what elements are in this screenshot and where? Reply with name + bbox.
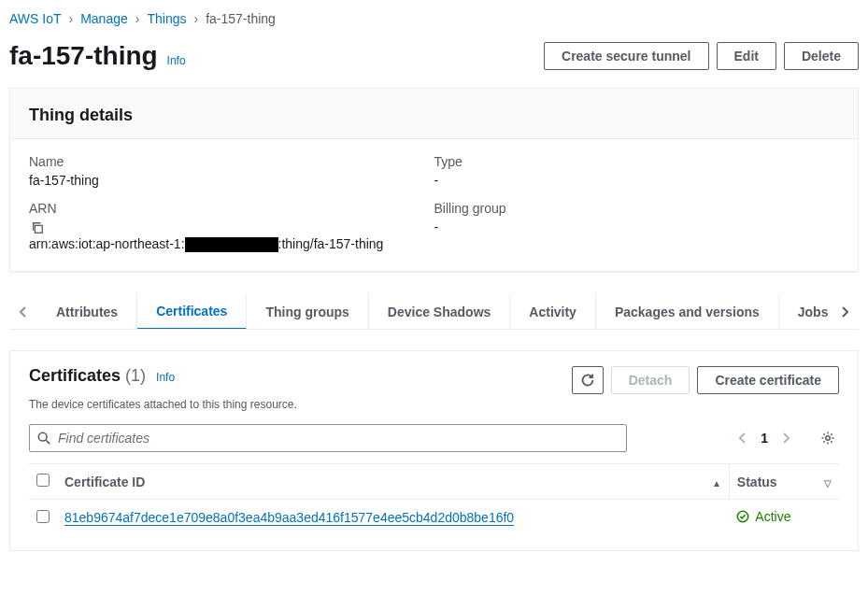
type-label: Type [434,154,840,169]
breadcrumb-manage[interactable]: Manage [80,11,128,26]
sort-asc-icon: ▲ [712,478,721,489]
svg-point-1 [38,433,47,442]
info-link[interactable]: Info [167,54,186,67]
thing-details-panel: Thing details Name fa-157-thing ARN arn:… [9,88,859,272]
breadcrumb-root[interactable]: AWS IoT [9,11,62,26]
tabs-scroll-left[interactable] [9,300,37,324]
create-certificate-button[interactable]: Create certificate [697,366,839,394]
tab-activity[interactable]: Activity [510,294,596,329]
copy-icon [31,221,44,234]
name-label: Name [29,154,434,169]
chevron-right-icon: › [135,11,140,26]
chevron-right-icon [840,305,849,319]
tabs-scroll-right[interactable] [831,300,859,324]
column-certificate-id[interactable]: Certificate ID [57,464,699,500]
certificates-section: Certificates (1) Info Detach Create cert… [9,350,859,551]
chevron-right-icon: › [193,11,198,26]
select-all-checkbox[interactable] [36,474,50,487]
arn-label: ARN [29,201,434,216]
redacted-account [185,237,278,252]
paginator: 1 [734,428,794,448]
page-number: 1 [761,431,768,446]
billing-group-label: Billing group [434,201,840,216]
certificate-id-link[interactable]: 81eb9674af7dece1e709e8a0f3ea4b9aa3ed416f… [64,510,514,526]
chevron-right-icon: › [69,11,74,26]
gear-icon [820,431,835,446]
breadcrumb-current: fa-157-thing [206,11,276,26]
tab-packages-versions[interactable]: Packages and versions [596,294,779,329]
certificates-info-link[interactable]: Info [156,371,175,384]
certificates-table: Certificate ID ▲ Status ▽ 81eb9674af7dec… [29,463,839,535]
certificates-description: The device certificates attached to this… [29,398,839,411]
row-checkbox[interactable] [36,510,50,523]
tab-attributes[interactable]: Attributes [37,294,137,329]
tabs: Attributes Certificates Thing groups Dev… [9,294,859,330]
edit-button[interactable]: Edit [717,42,776,70]
detach-button[interactable]: Detach [611,366,690,394]
breadcrumb-things[interactable]: Things [147,11,186,26]
search-input[interactable] [58,431,619,446]
tab-jobs[interactable]: Jobs [779,294,831,329]
tab-certificates[interactable]: Certificates [137,294,247,329]
panel-header: Thing details [10,89,858,139]
status-badge: Active [736,509,790,524]
tab-device-shadows[interactable]: Device Shadows [369,294,511,329]
panel-title: Thing details [29,106,839,125]
column-status[interactable]: Status [729,464,811,500]
delete-button[interactable]: Delete [784,42,859,70]
prev-page-button[interactable] [734,428,751,448]
search-icon [37,432,50,445]
chevron-left-icon [19,305,28,319]
name-value: fa-157-thing [29,173,434,188]
search-box[interactable] [29,424,627,452]
billing-group-value: - [434,220,840,234]
page-header: fa-157-thing Info Create secure tunnel E… [9,34,859,88]
arn-value: arn:aws:iot:ap-northeast-1::thing/fa-157… [29,236,434,252]
svg-rect-0 [35,225,42,233]
certificates-title: Certificates (1) [29,366,150,385]
tab-thing-groups[interactable]: Thing groups [247,294,368,329]
chevron-right-icon [781,432,790,445]
chevron-left-icon [738,432,747,445]
refresh-icon [580,373,595,388]
table-row: 81eb9674af7dece1e709e8a0f3ea4b9aa3ed416f… [29,500,839,536]
svg-point-2 [826,436,830,440]
copy-arn-button[interactable] [29,220,46,236]
create-tunnel-button[interactable]: Create secure tunnel [544,42,709,70]
header-actions: Create secure tunnel Edit Delete [544,42,859,70]
table-settings-button[interactable] [817,427,839,449]
next-page-button[interactable] [777,428,794,448]
page-title: fa-157-thing [9,41,158,70]
sort-icon: ▽ [824,478,832,489]
breadcrumb: AWS IoT › Manage › Things › fa-157-thing [9,7,859,34]
status-ok-icon [736,510,749,523]
refresh-button[interactable] [572,366,604,394]
type-value: - [434,173,840,188]
